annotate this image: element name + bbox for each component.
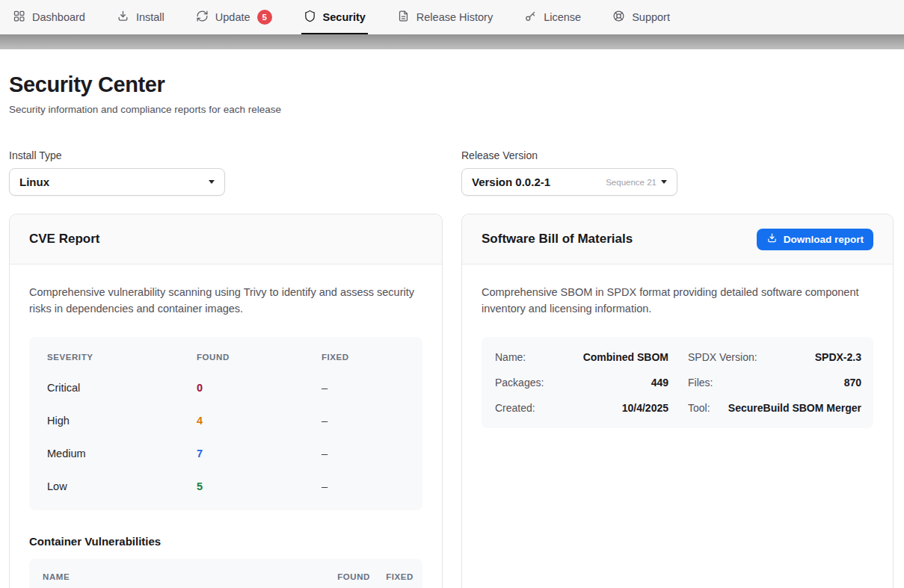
- download-report-label: Download report: [784, 234, 864, 245]
- sbom-detail-name: Name: Combined SBOM: [495, 344, 668, 370]
- nav-item-release-history[interactable]: Release History: [397, 0, 493, 34]
- container-vulnerabilities-title: Container Vulnerabilities: [29, 535, 422, 548]
- life-buoy-icon: [612, 10, 625, 25]
- nav-item-install[interactable]: Install: [117, 0, 164, 34]
- severity-table-header: SEVERITY FOUND FIXED: [47, 340, 405, 371]
- cve-report-description: Comprehensive vulnerability scanning usi…: [29, 285, 422, 317]
- severity-found-count: 0: [197, 382, 322, 394]
- severity-found-count: 5: [197, 480, 322, 492]
- nav-label: Update: [215, 11, 250, 23]
- install-type-value: Linux: [19, 176, 49, 188]
- nav-item-update[interactable]: Update 5: [196, 0, 272, 34]
- dashboard-grid-icon: [13, 10, 25, 25]
- sbom-card-header: Software Bill of Materials Download repo…: [462, 214, 893, 264]
- refresh-icon: [196, 10, 209, 25]
- severity-row-high: High 4 –: [47, 404, 405, 437]
- severity-row-critical: Critical 0 –: [47, 371, 405, 404]
- sequence-label: Sequence 21: [606, 178, 657, 187]
- detail-value: 870: [844, 377, 861, 389]
- main-content: Security Center Security information and…: [0, 72, 904, 588]
- page-title: Security Center: [9, 72, 894, 97]
- severity-fixed-count: –: [322, 448, 405, 459]
- install-type-select[interactable]: Linux: [9, 168, 225, 196]
- download-icon: [766, 232, 778, 246]
- shield-icon: [304, 10, 316, 25]
- detail-label: Files:: [688, 377, 713, 389]
- sbom-detail-spdx-version: SPDX Version: SPDX-2.3: [688, 344, 861, 370]
- severity-fixed-count: –: [322, 480, 405, 492]
- col-severity: SEVERITY: [47, 353, 197, 362]
- nav-label: Release History: [416, 11, 493, 23]
- release-version-filter: Release Version Version 0.0.2-1 Sequence…: [461, 149, 894, 196]
- nav-label: Security: [323, 11, 366, 23]
- nav-item-support[interactable]: Support: [612, 0, 670, 34]
- key-icon: [524, 10, 537, 25]
- detail-value: SPDX-2.3: [815, 351, 861, 363]
- col-fixed: FIXED: [370, 572, 413, 581]
- severity-fixed-count: –: [322, 382, 405, 394]
- release-version-select[interactable]: Version 0.0.2-1 Sequence 21: [461, 168, 677, 196]
- cve-report-card: CVE Report Comprehensive vulnerability s…: [9, 214, 443, 588]
- nav-item-dashboard[interactable]: Dashboard: [13, 0, 85, 34]
- detail-label: Created:: [495, 402, 535, 414]
- severity-row-medium: Medium 7 –: [47, 437, 405, 470]
- nav-label: License: [544, 11, 581, 23]
- page-subtitle: Security information and compliance repo…: [9, 104, 894, 115]
- col-found: FOUND: [197, 353, 322, 362]
- detail-label: Tool:: [688, 402, 710, 414]
- severity-found-count: 7: [197, 448, 322, 459]
- col-name: NAME: [43, 572, 310, 581]
- sbom-detail-tool: Tool: SecureBuild SBOM Merger: [688, 395, 861, 421]
- sbom-description: Comprehensive SBOM in SPDX format provid…: [482, 285, 873, 317]
- detail-label: Packages:: [495, 377, 544, 389]
- release-version-label: Release Version: [461, 149, 894, 161]
- detail-label: Name:: [495, 351, 526, 363]
- detail-label: SPDX Version:: [688, 351, 757, 363]
- nav-item-security[interactable]: Security: [304, 0, 366, 34]
- download-icon: [117, 10, 129, 25]
- severity-name: Low: [47, 480, 197, 492]
- download-report-button[interactable]: Download report: [757, 229, 873, 250]
- detail-value: Combined SBOM: [583, 351, 668, 363]
- nav-label: Dashboard: [32, 11, 85, 23]
- col-found: FOUND: [310, 572, 370, 581]
- detail-value: 449: [651, 377, 668, 389]
- nav-item-license[interactable]: License: [524, 0, 581, 34]
- cve-report-card-header: CVE Report: [10, 214, 442, 264]
- detail-value: SecureBuild SBOM Merger: [728, 402, 861, 414]
- severity-row-low: Low 5 –: [47, 470, 405, 503]
- sbom-detail-packages: Packages: 449: [495, 370, 668, 395]
- nav-label: Install: [136, 11, 164, 23]
- sbom-card: Software Bill of Materials Download repo…: [461, 214, 894, 588]
- release-version-value: Version 0.0.2-1: [472, 176, 550, 188]
- severity-name: Critical: [47, 382, 197, 394]
- severity-name: Medium: [47, 448, 197, 459]
- severity-table: SEVERITY FOUND FIXED Critical 0 – High 4…: [29, 337, 422, 510]
- sbom-detail-created: Created: 10/4/2025: [495, 395, 668, 421]
- severity-found-count: 4: [197, 415, 322, 427]
- install-type-filter: Install Type Linux: [9, 149, 443, 196]
- top-nav: Dashboard Install Update 5 Security Rele…: [0, 0, 904, 34]
- cve-report-title: CVE Report: [29, 232, 99, 247]
- chevron-down-icon: [661, 180, 667, 184]
- chevron-down-icon: [209, 180, 215, 184]
- scroll-shadow-band: [0, 34, 904, 49]
- file-text-icon: [397, 10, 410, 25]
- col-fixed: FIXED: [322, 353, 405, 362]
- container-vulnerabilities-table-header: NAME FOUND FIXED: [29, 559, 422, 588]
- severity-fixed-count: –: [322, 415, 405, 427]
- install-type-label: Install Type: [9, 149, 443, 161]
- nav-label: Support: [632, 11, 670, 23]
- update-count-badge: 5: [257, 10, 272, 25]
- sbom-details-grid: Name: Combined SBOM SPDX Version: SPDX-2…: [482, 337, 873, 428]
- sbom-title: Software Bill of Materials: [482, 232, 633, 247]
- sbom-detail-files: Files: 870: [688, 370, 861, 395]
- detail-value: 10/4/2025: [622, 402, 668, 414]
- severity-name: High: [47, 415, 197, 427]
